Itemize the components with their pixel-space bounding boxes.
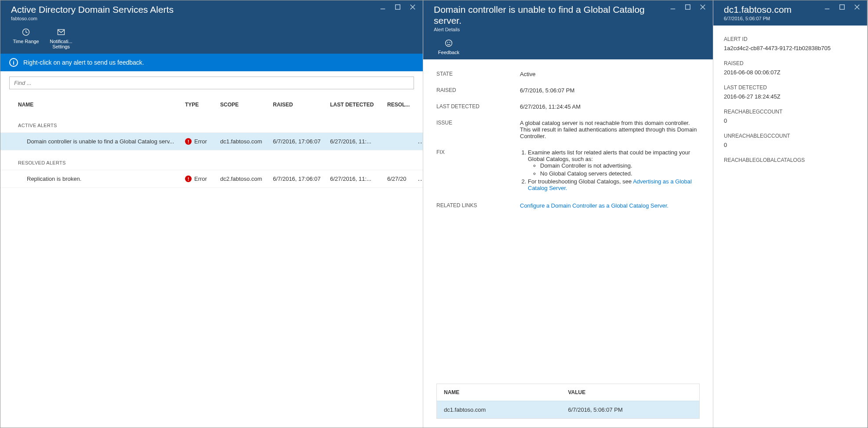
alert-name: Replication is broken.	[18, 176, 185, 182]
col-last-detected[interactable]: LAST DETECTED	[330, 102, 387, 108]
active-alerts-section: ACTIVE ALERTS	[0, 113, 423, 133]
last-detected-key: LAST DETECTED	[436, 103, 520, 110]
alert-raised: 6/7/2016, 17:06:07	[273, 176, 330, 182]
fix-step1: Examine alerts list for related alerts t…	[528, 149, 690, 162]
close-icon[interactable]	[853, 3, 861, 11]
alert-name: Domain controller is unable to find a Gl…	[18, 138, 185, 145]
subtable-col-value[interactable]: VALUE	[568, 389, 693, 395]
prop-key: REACHABLEGCCOUNT	[724, 109, 857, 115]
scope-table: NAME VALUE dc1.fabtoso.com 6/7/2016, 5:0…	[436, 384, 700, 419]
fix-value: Examine alerts list for related alerts t…	[520, 149, 700, 193]
svg-rect-1	[396, 5, 400, 10]
minimize-icon[interactable]	[669, 3, 677, 11]
minimize-icon[interactable]	[379, 3, 387, 11]
clock-icon	[21, 27, 31, 37]
prop-value: 0	[724, 142, 857, 148]
prop-key: RAISED	[724, 60, 857, 66]
prop-key: ALERT ID	[724, 36, 857, 42]
col-name[interactable]: NAME	[18, 102, 185, 108]
search-input[interactable]	[9, 77, 414, 89]
notification-settings-label: Notificati... Settings	[48, 39, 74, 49]
time-range-label: Time Range	[13, 39, 39, 44]
raised-key: RAISED	[436, 87, 520, 93]
svg-rect-7	[686, 5, 690, 10]
grid-header: NAME TYPE SCOPE RAISED LAST DETECTED RES…	[0, 93, 423, 113]
related-link[interactable]: Configure a Domain Controller as a Globa…	[520, 202, 668, 209]
error-icon: !	[185, 176, 192, 182]
prop-key: UNREACHABLEGCCOUNT	[724, 133, 857, 139]
info-bar-text: Right-click on any alert to send us feed…	[23, 59, 144, 66]
mail-icon	[56, 27, 66, 37]
blade-subtitle: Alert Details	[434, 27, 669, 32]
alert-last-detected: 6/27/2016, 11:...	[330, 176, 387, 182]
close-icon[interactable]	[409, 3, 417, 11]
alert-scope: dc2.fabtoso.com	[220, 176, 273, 182]
prop-value: 0	[724, 117, 857, 124]
feedback-button[interactable]: Feedback	[436, 38, 462, 55]
state-value: Active	[520, 71, 700, 77]
fix-key: FIX	[436, 149, 520, 155]
blade-title: dc1.fabtoso.com	[724, 4, 792, 15]
info-icon: i	[9, 58, 18, 67]
blade-subtitle: fabtoso.com	[11, 16, 174, 21]
blade-title: Active Directory Domain Services Alerts	[11, 4, 174, 15]
prop-value: 2016-06-27 18:24:45Z	[724, 93, 857, 100]
scope-row[interactable]: dc1.fabtoso.com 6/7/2016, 5:06:07 PM	[437, 401, 699, 418]
time-range-button[interactable]: Time Range	[13, 27, 39, 49]
svg-point-11	[447, 42, 448, 43]
issue-value: A global catalog server is not reachable…	[520, 120, 700, 139]
alert-scope: dc1.fabtoso.com	[220, 138, 273, 145]
state-key: STATE	[436, 71, 520, 77]
blade-title: Domain controller is unable to find a Gl…	[434, 4, 669, 26]
svg-point-12	[450, 42, 450, 43]
notification-settings-button[interactable]: Notificati... Settings	[48, 27, 74, 49]
alert-last-detected: 6/27/2016, 11:...	[330, 138, 387, 145]
last-detected-value: 6/27/2016, 11:24:45 AM	[520, 103, 700, 110]
alert-details-blade: Domain controller is unable to find a Gl…	[423, 0, 713, 428]
svg-point-10	[446, 40, 452, 47]
resolved-alerts-section: RESOLVED ALERTS	[0, 150, 423, 170]
info-bar: i Right-click on any alert to send us fe…	[0, 54, 423, 71]
blade-header: Active Directory Domain Services Alerts …	[0, 0, 423, 54]
col-raised[interactable]: RAISED	[273, 102, 330, 108]
svg-rect-5	[58, 29, 65, 35]
subtable-col-name[interactable]: NAME	[444, 389, 568, 395]
fix-step2-text: For troubleshooting Global Catalogs, see	[528, 178, 633, 185]
prop-value: 1a2cd4c2-cb87-4473-9172-f1b02838b705	[724, 45, 857, 51]
issue-key: ISSUE	[436, 120, 520, 126]
minimize-icon[interactable]	[823, 3, 831, 11]
alert-type: Error	[194, 176, 207, 182]
alert-raised: 6/7/2016, 17:06:07	[273, 138, 330, 145]
feedback-label: Feedback	[438, 50, 459, 55]
svg-rect-14	[840, 5, 845, 10]
alert-type-cell: ! Error	[185, 138, 220, 145]
alert-type-cell: ! Error	[185, 176, 220, 182]
maximize-icon[interactable]	[838, 3, 846, 11]
alert-row[interactable]: Replication is broken. ! Error dc2.fabto…	[0, 170, 423, 188]
col-type[interactable]: TYPE	[185, 102, 220, 108]
blade-subtitle: 6/7/2016, 5:06:07 PM	[724, 16, 792, 21]
maximize-icon[interactable]	[394, 3, 402, 11]
alerts-blade: Active Directory Domain Services Alerts …	[0, 0, 423, 428]
fix-bullet: Domain Controller is not advertising.	[540, 162, 700, 169]
raised-value: 6/7/2016, 5:06:07 PM	[520, 87, 700, 94]
smiley-icon	[444, 38, 454, 48]
related-links-key: RELATED LINKS	[436, 202, 520, 209]
fix-bullet: No Global Catalog servers detected.	[540, 170, 700, 177]
prop-key: LAST DETECTED	[724, 84, 857, 91]
scope-name: dc1.fabtoso.com	[444, 406, 568, 413]
prop-key: REACHABLEGLOBALCATALOGS	[724, 157, 857, 163]
col-resolved[interactable]: RESOL...	[387, 102, 418, 108]
alert-resolved: 6/27/20	[387, 176, 418, 182]
scope-value: 6/7/2016, 5:06:07 PM	[568, 406, 693, 413]
alert-type: Error	[194, 138, 207, 145]
scope-details-blade: dc1.fabtoso.com 6/7/2016, 5:06:07 PM ALE…	[713, 0, 868, 428]
alert-row[interactable]: Domain controller is unable to find a Gl…	[0, 133, 423, 150]
close-icon[interactable]	[699, 3, 707, 11]
prop-value: 2016-06-08 00:06:07Z	[724, 69, 857, 76]
maximize-icon[interactable]	[684, 3, 692, 11]
col-scope[interactable]: SCOPE	[220, 102, 273, 108]
error-icon: !	[185, 138, 192, 145]
